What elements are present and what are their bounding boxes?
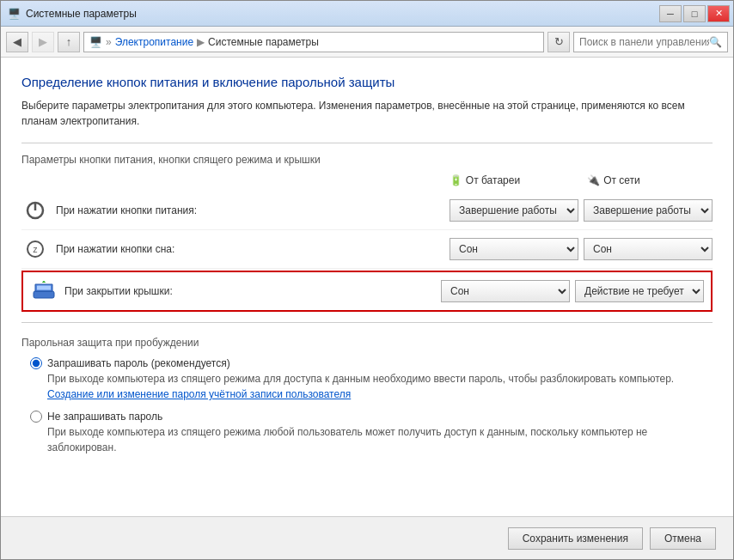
breadcrumb-current: Системные параметры <box>208 36 319 48</box>
refresh-button[interactable]: ↻ <box>547 32 570 52</box>
close-button[interactable]: ✕ <box>707 5 730 22</box>
sleep-button-dropdowns: Сон Гибернация Действие не требуется Сон… <box>450 238 713 260</box>
window-buttons: ─ □ ✕ <box>659 5 730 22</box>
search-input[interactable] <box>579 36 709 48</box>
lid-close-row: При закрытии крышки: Сон Гибернация Дейс… <box>21 271 713 312</box>
password-section: Парольная защита при пробуждении Запраши… <box>21 337 713 455</box>
page-description: Выберите параметры электропитания для эт… <box>21 98 713 129</box>
svg-rect-4 <box>34 291 54 298</box>
lid-close-mains-select[interactable]: Действие не требуется Сон Гибернация Зав… <box>575 280 704 302</box>
ask-password-label-row: Запрашивать пароль (рекомендуется) <box>30 357 713 369</box>
title-bar-left: 🖥️ Системные параметры <box>8 8 137 20</box>
title-bar: 🖥️ Системные параметры ─ □ ✕ <box>1 1 733 27</box>
power-button-row: При нажатии кнопки питания: Завершение р… <box>21 192 713 230</box>
minimize-button[interactable]: ─ <box>659 5 682 22</box>
divider <box>21 143 713 143</box>
search-box[interactable]: 🔍 <box>573 32 728 52</box>
up-button[interactable]: ↑ <box>58 32 80 52</box>
column-headers: 🔋 От батареи 🔌 От сети <box>21 174 713 186</box>
lid-close-label: При закрытии крышки: <box>64 285 441 297</box>
power-button-label: При нажатии кнопки питания: <box>56 204 450 216</box>
address-bar: ◀ ▶ ↑ 🖥️ » Электропитание ▶ Системные па… <box>1 27 733 58</box>
window-title: Системные параметры <box>26 8 137 20</box>
search-icon: 🔍 <box>709 36 722 48</box>
divider2 <box>21 322 713 323</box>
maximize-button[interactable]: □ <box>683 5 706 22</box>
window: 🖥️ Системные параметры ─ □ ✕ ◀ ▶ ↑ 🖥️ » … <box>0 0 734 560</box>
battery-icon: 🔋 <box>450 174 462 186</box>
ask-password-radio[interactable] <box>30 357 42 369</box>
svg-text:z: z <box>34 245 38 254</box>
breadcrumb-icon: 🖥️ <box>89 36 102 48</box>
page-title: Определение кнопок питания и включение п… <box>21 75 713 89</box>
power-button-icon <box>21 197 49 224</box>
breadcrumb: 🖥️ » Электропитание ▶ Системные параметр… <box>83 32 544 52</box>
col-battery: 🔋 От батареи <box>420 174 549 186</box>
sleep-button-row: z При нажатии кнопки сна: Сон Гибернация… <box>21 230 713 269</box>
ask-password-option: Запрашивать пароль (рекомендуется) При в… <box>30 357 713 402</box>
ask-password-label: Запрашивать пароль (рекомендуется) <box>47 357 230 369</box>
no-password-desc: При выходе компьютера из спящего режима … <box>47 424 713 455</box>
forward-button[interactable]: ▶ <box>32 32 54 52</box>
cancel-button[interactable]: Отмена <box>650 527 716 550</box>
radio-group: Запрашивать пароль (рекомендуется) При в… <box>21 357 713 455</box>
sleep-button-icon: z <box>21 235 49 263</box>
power-button-mains-select[interactable]: Завершение работы Ждущий режим Сон Гибер… <box>584 199 713 222</box>
sleep-button-label: При нажатии кнопки сна: <box>56 243 450 255</box>
content-area: Определение кнопок питания и включение п… <box>1 58 733 516</box>
section-power-title: Параметры кнопки питания, кнопки спящего… <box>21 154 713 166</box>
bottom-bar: Сохранить изменения Отмена <box>1 516 733 559</box>
col-mains: 🔌 От сети <box>549 174 678 186</box>
no-password-option: Не запрашивать пароль При выходе компьют… <box>30 411 713 455</box>
lid-close-icon <box>30 277 58 305</box>
lid-close-dropdowns: Сон Гибернация Действие не требуется Зав… <box>441 280 704 302</box>
sleep-button-mains-select[interactable]: Сон Гибернация Действие не требуется <box>584 238 713 260</box>
control-panel-icon: 🖥️ <box>8 8 21 20</box>
breadcrumb-parent[interactable]: Электропитание <box>115 36 193 48</box>
lid-close-battery-select[interactable]: Сон Гибернация Действие не требуется Зав… <box>441 280 570 302</box>
back-button[interactable]: ◀ <box>6 32 28 52</box>
power-button-battery-select[interactable]: Завершение работы Ждущий режим Сон Гибер… <box>450 199 578 222</box>
power-plug-icon: 🔌 <box>587 174 600 186</box>
sleep-button-battery-select[interactable]: Сон Гибернация Действие не требуется <box>450 238 578 260</box>
no-password-label: Не запрашивать пароль <box>47 411 162 423</box>
ask-password-desc: При выходе компьютера из спящего режима … <box>47 371 713 402</box>
no-password-label-row: Не запрашивать пароль <box>30 411 713 423</box>
svg-rect-5 <box>37 286 51 290</box>
power-button-dropdowns: Завершение работы Ждущий режим Сон Гибер… <box>450 199 713 222</box>
section-password-title: Парольная защита при пробуждении <box>21 337 713 349</box>
save-button[interactable]: Сохранить изменения <box>508 527 643 550</box>
no-password-radio[interactable] <box>30 411 42 423</box>
password-link[interactable]: Создание или изменение пароля учётной за… <box>47 388 351 400</box>
